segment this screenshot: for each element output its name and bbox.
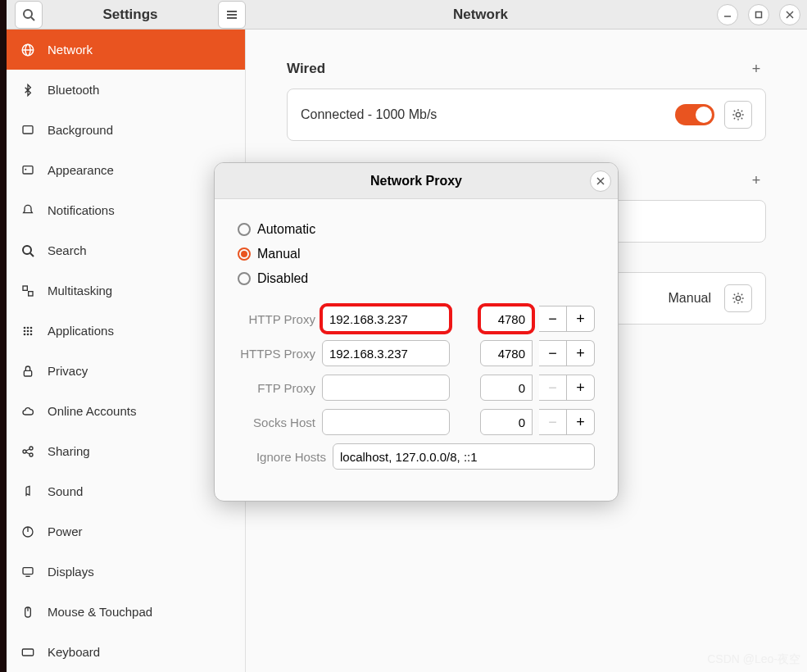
sidebar-item-search[interactable]: Search — [7, 230, 245, 270]
sidebar-item-label: Search — [48, 243, 87, 257]
svg-point-25 — [24, 333, 26, 335]
multitasking-icon — [20, 283, 36, 299]
socks-host-input[interactable] — [322, 409, 450, 435]
svg-point-27 — [30, 333, 33, 335]
socks-host-label: Socks Host — [238, 415, 315, 429]
sidebar-item-keyboard[interactable]: Keyboard — [7, 632, 245, 672]
bell-icon — [20, 202, 36, 219]
proxy-mode-automatic[interactable]: Automatic — [238, 217, 595, 242]
sharing-icon — [20, 443, 36, 460]
maximize-button[interactable] — [748, 4, 769, 25]
https-proxy-port-input[interactable] — [480, 340, 533, 366]
sidebar-item-label: Keyboard — [48, 645, 100, 659]
sidebar-item-sharing[interactable]: Sharing — [7, 431, 245, 471]
search-button[interactable] — [15, 1, 43, 29]
wired-toggle[interactable] — [675, 104, 714, 125]
proxy-mode-value: Manual — [669, 291, 711, 306]
sidebar-item-displays[interactable]: Displays — [7, 552, 245, 592]
svg-point-24 — [30, 329, 33, 332]
keyboard-icon — [20, 644, 36, 661]
svg-point-20 — [27, 326, 29, 329]
minimize-button[interactable] — [717, 4, 738, 25]
http-port-decrement[interactable]: − — [539, 306, 567, 332]
network-proxy-dialog: Network Proxy Automatic Manual Disabled … — [214, 162, 619, 502]
sidebar-item-label: Multitasking — [48, 284, 112, 297]
https-port-decrement[interactable]: − — [539, 340, 567, 366]
svg-rect-36 — [23, 567, 33, 574]
sidebar-item-online-accounts[interactable]: Online Accounts — [7, 391, 245, 431]
socks-port-input[interactable] — [480, 409, 533, 435]
wired-panel: Connected - 1000 Mb/s — [287, 89, 766, 141]
sidebar-item-appearance[interactable]: Appearance — [7, 150, 245, 190]
search-icon — [22, 8, 35, 21]
sidebar: NetworkBluetoothBackgroundAppearanceNoti… — [7, 30, 246, 672]
wired-settings-button[interactable] — [724, 101, 752, 129]
ftp-proxy-port-input[interactable] — [480, 375, 533, 401]
sidebar-item-background[interactable]: Background — [7, 110, 245, 150]
add-vpn-button[interactable]: + — [746, 170, 766, 190]
svg-rect-28 — [24, 370, 31, 376]
sidebar-item-label: Notifications — [48, 203, 115, 217]
sidebar-item-multitasking[interactable]: Multitasking — [7, 270, 245, 311]
socks-port-increment[interactable]: + — [567, 409, 595, 435]
sidebar-item-label: Online Accounts — [48, 404, 136, 418]
svg-point-14 — [25, 168, 26, 170]
radio-icon — [238, 247, 251, 261]
radio-icon — [238, 272, 251, 285]
sidebar-item-privacy[interactable]: Privacy — [7, 351, 245, 391]
svg-point-21 — [30, 326, 33, 329]
hamburger-icon — [225, 8, 238, 21]
svg-point-19 — [24, 326, 26, 329]
ftp-port-increment[interactable]: + — [567, 375, 595, 401]
close-button[interactable] — [779, 4, 800, 25]
proxy-mode-manual[interactable]: Manual — [238, 242, 595, 266]
https-port-increment[interactable]: + — [567, 340, 595, 366]
add-wired-button[interactable]: + — [746, 59, 766, 79]
sidebar-item-label: Power — [48, 524, 83, 538]
ignore-hosts-label: Ignore Hosts — [238, 450, 326, 464]
wired-section-title: Wired — [287, 61, 325, 77]
apps-icon — [20, 323, 36, 339]
svg-rect-18 — [29, 291, 33, 295]
sidebar-item-label: Sound — [48, 484, 83, 498]
svg-point-15 — [23, 246, 31, 254]
menu-button[interactable] — [218, 1, 246, 29]
sidebar-item-label: Bluetooth — [48, 83, 99, 97]
svg-point-23 — [27, 329, 29, 332]
http-port-increment[interactable]: + — [567, 306, 595, 332]
http-proxy-port-input[interactable] — [480, 306, 533, 332]
sidebar-item-sound[interactable]: Sound — [7, 471, 245, 511]
sidebar-item-label: Appearance — [48, 163, 114, 177]
svg-point-29 — [23, 450, 26, 453]
gear-icon — [732, 108, 745, 121]
radio-icon — [238, 223, 251, 236]
svg-point-26 — [27, 333, 29, 335]
sidebar-item-label: Displays — [48, 565, 94, 579]
sidebar-item-network[interactable]: Network — [7, 30, 245, 70]
sidebar-item-label: Mouse & Touchpad — [48, 605, 152, 619]
sidebar-item-bluetooth[interactable]: Bluetooth — [7, 70, 245, 110]
https-proxy-host-input[interactable] — [322, 340, 450, 366]
search-icon — [20, 243, 36, 259]
svg-rect-40 — [22, 649, 33, 656]
ftp-port-decrement[interactable]: − — [539, 375, 567, 401]
proxy-mode-disabled[interactable]: Disabled — [238, 266, 595, 291]
sidebar-item-notifications[interactable]: Notifications — [7, 190, 245, 230]
dialog-close-button[interactable] — [590, 170, 611, 192]
maximize-icon — [755, 11, 763, 19]
https-proxy-label: HTTPS Proxy — [238, 347, 315, 361]
close-icon — [596, 177, 605, 185]
proxy-settings-button[interactable] — [724, 284, 752, 312]
sidebar-item-label: Sharing — [48, 444, 90, 458]
svg-line-1 — [31, 17, 34, 20]
sidebar-item-power[interactable]: Power — [7, 511, 245, 552]
http-proxy-host-input[interactable] — [322, 306, 450, 332]
sidebar-item-mouse-touchpad[interactable]: Mouse & Touchpad — [7, 592, 245, 632]
sidebar-item-label: Privacy — [48, 364, 88, 378]
ftp-proxy-host-input[interactable] — [322, 375, 450, 401]
mouse-icon — [20, 604, 36, 620]
titlebar: Settings Network — [7, 0, 807, 30]
socks-port-decrement[interactable]: − — [539, 409, 567, 435]
sidebar-item-applications[interactable]: Applications — [7, 311, 245, 351]
ignore-hosts-input[interactable] — [333, 443, 595, 470]
